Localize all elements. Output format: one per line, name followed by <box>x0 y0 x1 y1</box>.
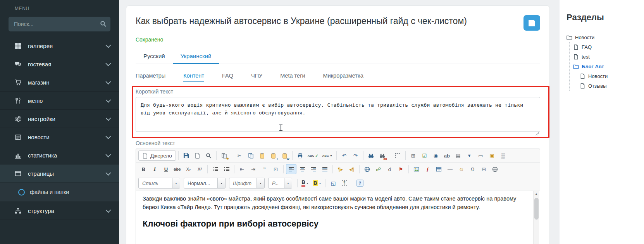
tree-node-reviews[interactable]: Отзывы <box>580 81 642 91</box>
sidebar-item-settings[interactable]: настройки <box>0 110 119 128</box>
sidebar-item-guestbook[interactable]: гостевая <box>0 55 119 73</box>
font-dropdown[interactable]: Шрифт ▼ <box>229 178 265 189</box>
language-icon[interactable] <box>362 164 372 174</box>
preview-icon[interactable] <box>203 151 214 161</box>
strikethrough-icon[interactable]: abe <box>172 164 183 174</box>
tree-node-faq[interactable]: FAQ <box>573 42 642 52</box>
tab-ukrainian[interactable]: Украинский <box>173 48 219 64</box>
maximize-icon[interactable]: ◱ <box>328 178 338 188</box>
select-all-icon[interactable] <box>393 151 403 161</box>
new-page-icon[interactable] <box>192 151 203 161</box>
smiley-icon[interactable]: ☺ <box>456 164 467 174</box>
align-left-icon[interactable] <box>286 164 296 174</box>
print-icon[interactable] <box>295 151 305 161</box>
sidebar-item-gallery[interactable]: галлерея <box>0 37 119 55</box>
hidden-field-icon[interactable]: ▒ <box>498 151 508 161</box>
button-field-icon[interactable]: ▭ <box>475 151 486 161</box>
editor-scrollbar[interactable]: ▲ <box>533 191 539 244</box>
underline-icon[interactable]: U <box>161 164 171 174</box>
bulleted-list-icon[interactable] <box>221 164 232 174</box>
sidebar-item-statistics[interactable]: статистика <box>0 146 119 164</box>
numbered-list-icon[interactable] <box>210 164 220 174</box>
indent-icon[interactable]: ⇥ <box>248 164 258 174</box>
anchor-icon[interactable]: ⚑ <box>396 164 406 174</box>
paste-icon[interactable] <box>257 151 267 161</box>
tab-meta-tags[interactable]: Meta теги <box>280 73 305 82</box>
image-icon[interactable] <box>411 164 422 174</box>
tab-russian[interactable]: Русский <box>136 48 173 64</box>
redo-icon[interactable]: ↷ <box>350 151 361 161</box>
tab-parameters[interactable]: Параметры <box>136 73 165 82</box>
horizontal-rule-icon[interactable]: — <box>445 164 455 174</box>
tab-microdata[interactable]: Микроразметка <box>323 73 363 82</box>
paste-as-text-icon[interactable]: T <box>268 151 279 161</box>
text-field-icon[interactable]: ab <box>442 151 452 161</box>
text-direction-rtl-icon[interactable]: ◂¶ <box>346 164 357 174</box>
create-div-icon[interactable]: ⊡ <box>270 164 281 174</box>
image-button-icon[interactable]: ▣ <box>487 151 497 161</box>
find-icon[interactable] <box>366 151 376 161</box>
form-icon[interactable]: ⊞ <box>408 151 418 161</box>
iframe-icon[interactable] <box>490 164 500 174</box>
tab-chpu[interactable]: ЧПУ <box>251 73 262 82</box>
save-document-icon[interactable] <box>181 151 191 161</box>
italic-icon[interactable]: I <box>150 164 160 174</box>
sidebar-item-shop[interactable]: магазин <box>0 73 119 92</box>
format-dropdown[interactable]: Нормал... ▼ <box>184 178 226 189</box>
font-size-dropdown[interactable]: Р... ▼ <box>268 178 292 189</box>
styles-dropdown[interactable]: Стиль ▼ <box>138 178 180 189</box>
scayt-icon[interactable]: ABC▼ <box>321 151 334 161</box>
cut-icon[interactable]: ✂ <box>234 151 245 161</box>
flash-icon[interactable]: ƒ <box>422 164 433 174</box>
align-justify-icon[interactable] <box>320 164 330 174</box>
editor-content[interactable]: Завжди важливо знайти «свого» майстра, я… <box>136 190 540 244</box>
background-color-icon[interactable]: B▼ <box>311 178 323 188</box>
copy-icon[interactable] <box>246 151 256 161</box>
bold-icon[interactable]: B <box>138 164 149 174</box>
sidebar-item-menu[interactable]: меню <box>0 92 119 110</box>
save-button[interactable] <box>523 15 540 31</box>
checkbox-icon[interactable]: ☑ <box>419 151 430 161</box>
align-right-icon[interactable] <box>308 164 319 174</box>
paste-from-word-icon[interactable]: W <box>279 151 290 161</box>
page-break-icon[interactable]: ⊟ <box>479 164 489 174</box>
spellcheck-icon[interactable]: ABC✓ <box>306 151 320 161</box>
blockquote-icon[interactable]: ” <box>259 164 270 174</box>
search-icon[interactable] <box>99 20 107 28</box>
special-character-icon[interactable]: Ω <box>467 164 478 174</box>
search-input[interactable] <box>9 17 110 31</box>
tab-faq[interactable]: FAQ <box>222 73 233 82</box>
show-blocks-icon[interactable]: ¶ <box>339 178 350 188</box>
align-center-icon[interactable] <box>297 164 308 174</box>
link-icon[interactable]: ☍ <box>373 164 384 174</box>
undo-icon[interactable]: ↶ <box>339 151 350 161</box>
radio-button-icon[interactable]: ◉ <box>430 151 441 161</box>
text-color-icon[interactable]: B▼ <box>300 178 310 188</box>
file-icon <box>573 54 579 60</box>
replace-icon[interactable]: ab <box>377 151 387 161</box>
tab-content[interactable]: Контент <box>183 73 204 82</box>
sidebar-item-news[interactable]: новости <box>0 128 119 146</box>
table-icon[interactable] <box>434 164 444 174</box>
textarea-icon[interactable]: ▤ <box>453 151 463 161</box>
tree-node-blog-folder[interactable]: Блог Авт <box>573 62 642 71</box>
superscript-icon[interactable]: X² <box>195 164 205 174</box>
unlink-icon[interactable]: ☌ <box>384 164 395 174</box>
templates-icon[interactable]: ★ <box>219 151 229 161</box>
sidebar-item-pages[interactable]: страницы <box>0 164 119 183</box>
outdent-icon[interactable]: ⇤ <box>237 164 247 174</box>
subscript-icon[interactable]: X₂ <box>183 164 194 174</box>
sidebar-item-structure[interactable]: структура <box>0 202 119 220</box>
tree-node-test[interactable]: test <box>573 52 642 62</box>
source-button[interactable]: Джерело <box>138 151 176 161</box>
resize-handle-icon[interactable] <box>535 132 539 135</box>
about-icon[interactable]: ? <box>355 178 365 188</box>
select-field-icon[interactable]: ▼ <box>464 151 475 161</box>
tree-node-blog-news[interactable]: Новости <box>580 71 642 81</box>
text-direction-ltr-icon[interactable]: ¶▸ <box>335 164 346 174</box>
tree-node-news-folder[interactable]: Новости <box>567 33 642 42</box>
short-text-input[interactable]: Для будь-якого водія критично важливим є… <box>136 97 540 132</box>
scroll-up-icon[interactable]: ▲ <box>534 191 539 197</box>
scrollbar-thumb[interactable] <box>534 198 539 220</box>
sidebar-subitem-files-folders[interactable]: файлы и папки <box>0 183 119 202</box>
